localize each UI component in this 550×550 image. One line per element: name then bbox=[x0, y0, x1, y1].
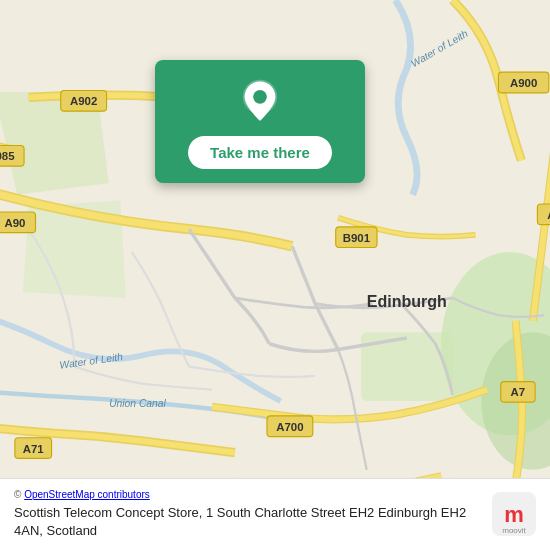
svg-text:Edinburgh: Edinburgh bbox=[367, 292, 447, 310]
bottom-info-bar: © OpenStreetMap contributors Scottish Te… bbox=[0, 478, 550, 550]
osm-credit: © OpenStreetMap contributors bbox=[14, 489, 480, 500]
svg-point-33 bbox=[253, 90, 267, 104]
take-me-there-button[interactable]: Take me there bbox=[188, 136, 332, 169]
svg-text:A7: A7 bbox=[511, 386, 526, 398]
svg-text:m: m bbox=[504, 502, 524, 527]
svg-text:Union Canal: Union Canal bbox=[109, 398, 166, 409]
location-card: Take me there bbox=[155, 60, 365, 183]
svg-text:B9085: B9085 bbox=[0, 150, 15, 162]
svg-text:A71: A71 bbox=[23, 443, 45, 455]
svg-text:A900: A900 bbox=[510, 77, 537, 89]
bottom-text-area: © OpenStreetMap contributors Scottish Te… bbox=[14, 489, 480, 540]
moovit-icon: m moovit bbox=[492, 492, 536, 536]
svg-text:A902: A902 bbox=[70, 95, 97, 107]
map-container: A902 B9085 A90 A900 A1 B901 Edinburgh A7… bbox=[0, 0, 550, 550]
svg-text:B901: B901 bbox=[343, 232, 371, 244]
moovit-logo: m moovit bbox=[492, 492, 536, 536]
osm-credit-text: © bbox=[14, 489, 24, 500]
svg-text:A700: A700 bbox=[276, 421, 303, 433]
location-pin-icon bbox=[236, 78, 284, 126]
svg-text:moovit: moovit bbox=[502, 526, 526, 535]
location-name: Scottish Telecom Concept Store, 1 South … bbox=[14, 504, 480, 540]
osm-link[interactable]: OpenStreetMap contributors bbox=[24, 489, 150, 500]
svg-text:A90: A90 bbox=[4, 217, 25, 229]
